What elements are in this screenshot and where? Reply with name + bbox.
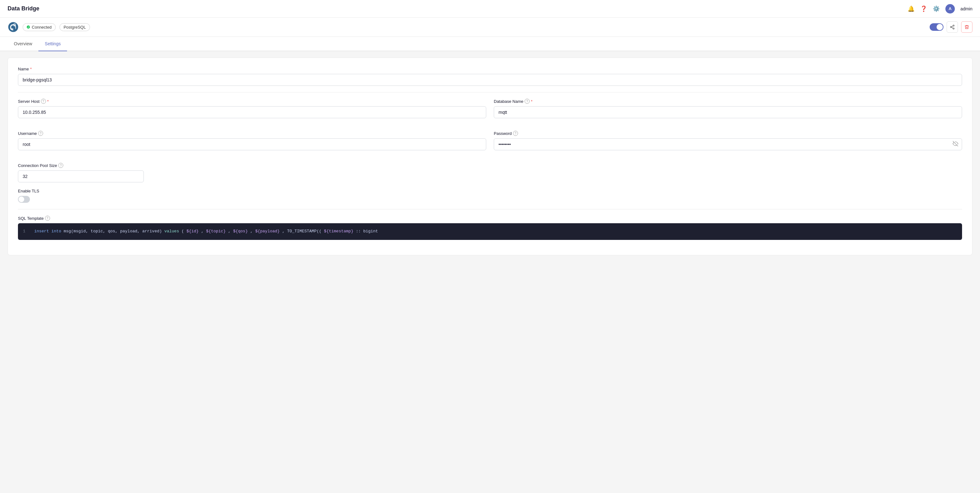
database-name-help-icon[interactable]: ? <box>525 99 530 104</box>
sql-code-block[interactable]: 1 insert into msg(msgid, topic, qos, pay… <box>18 223 962 240</box>
divider-1 <box>18 92 962 92</box>
svg-line-7 <box>952 27 953 28</box>
username-group: Username ? <box>18 131 486 150</box>
code-insert: insert into <box>34 229 61 234</box>
pool-size-help-icon[interactable]: ? <box>58 163 63 168</box>
username-input[interactable] <box>18 138 486 150</box>
svg-line-8 <box>952 26 953 27</box>
username-label: admin <box>961 6 972 11</box>
host-db-row: Server Host ? * Database Name ? * <box>18 99 962 125</box>
tab-settings[interactable]: Settings <box>38 37 67 51</box>
name-label: Name * <box>18 67 962 71</box>
status-dot <box>27 25 30 29</box>
code-qos: ${qos} <box>233 229 248 234</box>
database-name-input[interactable] <box>494 106 962 118</box>
top-header: Data Bridge 🔔 ❓ ⚙️ A admin <box>0 0 980 17</box>
database-name-required: * <box>531 99 533 104</box>
divider-2 <box>18 209 962 209</box>
subheader: Connected PostgreSQL <box>0 17 980 37</box>
enable-tls-label: Enable TLS <box>18 189 962 193</box>
tab-overview[interactable]: Overview <box>8 37 38 51</box>
main-content: Name * Server Host ? * Database Name ? <box>0 51 980 493</box>
password-group: Password ? <box>494 131 962 150</box>
help-icon[interactable]: ❓ <box>920 5 927 12</box>
code-payload: ${payload} <box>255 229 280 234</box>
connected-label: Connected <box>32 25 52 30</box>
line-number-1: 1 <box>23 229 25 234</box>
code-id: ${id} <box>186 229 199 234</box>
db-type-badge: PostgreSQL <box>59 23 90 31</box>
svg-rect-2 <box>13 29 13 31</box>
pool-size-group: Connection Pool Size ? <box>18 163 144 182</box>
username-label: Username ? <box>18 131 486 136</box>
pool-size-input[interactable] <box>18 170 144 182</box>
svg-point-6 <box>953 28 954 29</box>
code-values: values <box>164 229 179 234</box>
server-host-help-icon[interactable]: ? <box>41 99 46 104</box>
database-name-label: Database Name ? * <box>494 99 962 104</box>
svg-point-5 <box>950 26 952 28</box>
server-host-group: Server Host ? * <box>18 99 486 118</box>
user-pass-row: Username ? Password ? <box>18 131 962 157</box>
sql-template-label: SQL Template ? <box>18 216 962 221</box>
settings-card: Name * Server Host ? * Database Name ? <box>8 57 972 255</box>
password-wrapper <box>494 138 962 150</box>
name-input[interactable] <box>18 74 962 86</box>
svg-point-0 <box>8 22 18 32</box>
enable-tls-group: Enable TLS <box>18 189 962 203</box>
sql-template-group: SQL Template ? 1 insert into msg(msgid, … <box>18 216 962 240</box>
password-help-icon[interactable]: ? <box>513 131 518 136</box>
postgres-logo <box>8 21 19 33</box>
tabs-bar: Overview Settings <box>0 37 980 51</box>
server-host-label: Server Host ? * <box>18 99 486 104</box>
settings-icon[interactable]: ⚙️ <box>933 5 940 12</box>
name-group: Name * <box>18 67 962 86</box>
password-input[interactable] <box>494 138 962 150</box>
avatar[interactable]: A <box>945 4 955 14</box>
code-timestamp: ${timestamp} <box>324 229 353 234</box>
name-required: * <box>30 67 32 71</box>
enable-toggle[interactable] <box>930 23 943 31</box>
username-help-icon[interactable]: ? <box>38 131 43 136</box>
share-button[interactable] <box>947 21 958 33</box>
code-topic: ${topic} <box>206 229 226 234</box>
server-host-input[interactable] <box>18 106 486 118</box>
show-password-icon[interactable] <box>953 141 958 148</box>
delete-button[interactable] <box>961 21 972 33</box>
svg-point-4 <box>953 25 954 26</box>
header-actions: 🔔 ❓ ⚙️ A admin <box>908 4 972 14</box>
server-host-required: * <box>47 99 49 104</box>
database-name-group: Database Name ? * <box>494 99 962 118</box>
tls-toggle[interactable] <box>18 196 30 203</box>
connected-badge: Connected <box>23 23 56 31</box>
subheader-right <box>930 21 972 33</box>
password-label: Password ? <box>494 131 962 136</box>
sql-template-help-icon[interactable]: ? <box>45 216 50 221</box>
pool-size-label: Connection Pool Size ? <box>18 163 144 168</box>
subheader-left: Connected PostgreSQL <box>8 21 90 33</box>
app-title: Data Bridge <box>8 5 39 12</box>
bell-icon[interactable]: 🔔 <box>908 5 915 12</box>
